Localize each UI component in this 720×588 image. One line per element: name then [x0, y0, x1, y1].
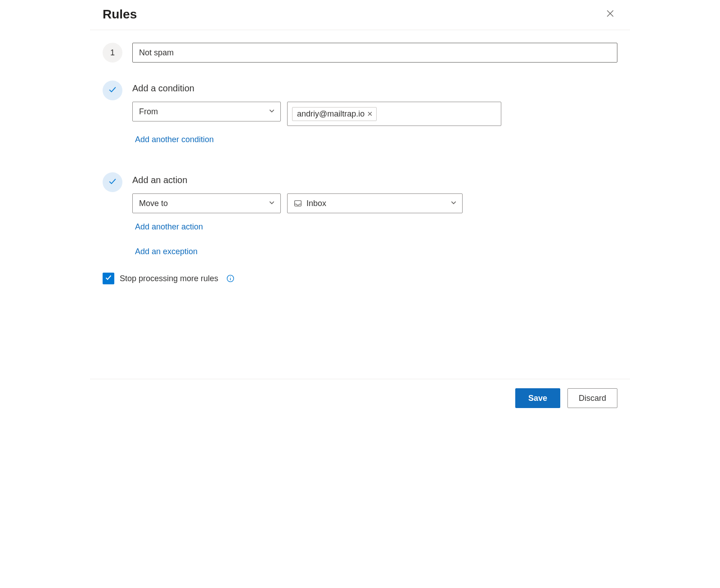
action-title: Add an action — [132, 175, 617, 185]
condition-value-input[interactable]: andriy@mailtrap.io — [287, 102, 501, 126]
action-folder-value: Inbox — [306, 199, 326, 208]
check-icon — [108, 85, 117, 96]
add-another-condition-link[interactable]: Add another condition — [135, 132, 214, 147]
panel-footer: Save Discard — [90, 379, 630, 417]
save-button[interactable]: Save — [515, 388, 560, 408]
condition-type-select[interactable]: From — [132, 102, 281, 121]
action-type-value: Move to — [139, 199, 168, 208]
condition-type-value: From — [139, 107, 158, 117]
stop-processing-label: Stop processing more rules — [120, 274, 218, 283]
chevron-down-icon — [269, 107, 275, 117]
inbox-icon — [294, 199, 302, 207]
condition-title: Add a condition — [132, 83, 617, 94]
chip-text: andriy@mailtrap.io — [297, 109, 364, 119]
rule-name-row: 1 — [103, 43, 617, 63]
step-badge-1: 1 — [103, 43, 122, 63]
chevron-down-icon — [450, 199, 457, 208]
chevron-down-icon — [269, 199, 275, 208]
step-number: 1 — [110, 48, 115, 58]
condition-controls: From andriy@mailtrap.io — [132, 102, 617, 126]
action-type-select[interactable]: Move to — [132, 193, 281, 213]
action-folder-select[interactable]: Inbox — [287, 193, 463, 213]
save-button-label: Save — [528, 394, 547, 403]
stop-processing-checkbox[interactable] — [103, 273, 114, 284]
discard-button-label: Discard — [579, 394, 606, 403]
add-exception-link[interactable]: Add an exception — [135, 244, 198, 259]
check-icon — [105, 274, 112, 283]
check-icon — [108, 177, 117, 188]
condition-email-chip: andriy@mailtrap.io — [292, 107, 377, 121]
rules-panel: Rules 1 — [90, 0, 630, 417]
info-icon[interactable] — [226, 274, 234, 283]
panel-content: 1 Add a condition From — [90, 30, 630, 379]
panel-title: Rules — [103, 7, 137, 22]
close-icon — [606, 9, 614, 19]
action-controls: Move to — [132, 193, 617, 213]
chip-remove-button[interactable] — [367, 111, 373, 117]
discard-button[interactable]: Discard — [567, 388, 617, 408]
panel-header: Rules — [90, 0, 630, 30]
svg-point-7 — [230, 277, 230, 277]
close-button[interactable] — [603, 7, 617, 22]
step-badge-condition — [103, 81, 122, 100]
add-another-action-link[interactable]: Add another action — [135, 220, 203, 234]
stop-processing-row: Stop processing more rules — [103, 273, 617, 284]
condition-row: Add a condition From andriy@mailtrap.io — [103, 81, 617, 147]
action-row: Add an action Move to — [103, 172, 617, 259]
step-badge-action — [103, 172, 122, 192]
rule-name-input[interactable] — [132, 43, 617, 63]
